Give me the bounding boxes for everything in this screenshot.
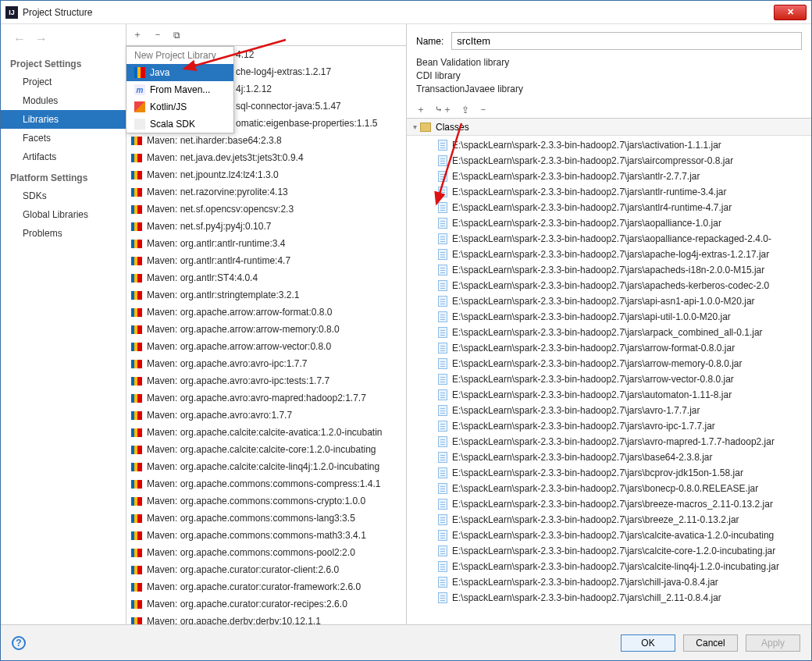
class-path-item[interactable]: E:\spackLearn\spark-2.3.3-bin-hadoop2.7\…: [407, 200, 811, 215]
remove-library-button[interactable]: －: [153, 28, 162, 41]
class-path-item[interactable]: E:\spackLearn\spark-2.3.3-bin-hadoop2.7\…: [407, 434, 811, 450]
class-path-item[interactable]: E:\spackLearn\spark-2.3.3-bin-hadoop2.7\…: [407, 356, 811, 371]
sidebar-item-libraries[interactable]: Libraries: [1, 110, 126, 129]
classes-header[interactable]: ▾ Classes: [407, 119, 811, 136]
add-tree-button[interactable]: ⤷＋: [435, 103, 452, 116]
library-item[interactable]: Maven: org.apache.commons:commons-math3:…: [126, 527, 406, 544]
class-path-item[interactable]: E:\spackLearn\spark-2.3.3-bin-hadoop2.7\…: [407, 137, 811, 153]
close-button[interactable]: ✕: [774, 5, 807, 20]
name-input[interactable]: [451, 32, 802, 50]
class-path-item[interactable]: E:\spackLearn\spark-2.3.3-bin-hadoop2.7\…: [407, 559, 811, 574]
library-item[interactable]: Maven: net.razorvine:pyrolite:4.13: [126, 183, 406, 201]
library-icon: [131, 154, 142, 162]
class-path-item[interactable]: E:\spackLearn\spark-2.3.3-bin-hadoop2.7\…: [407, 528, 811, 543]
popup-item-scala-sdk[interactable]: Scala SDK: [126, 115, 233, 133]
class-path-item[interactable]: E:\spackLearn\spark-2.3.3-bin-hadoop2.7\…: [407, 574, 811, 590]
cancel-button[interactable]: Cancel: [683, 634, 738, 652]
class-path-item[interactable]: E:\spackLearn\spark-2.3.3-bin-hadoop2.7\…: [407, 325, 811, 340]
library-item[interactable]: Maven: org.apache.commons:commons-pool2:…: [126, 544, 406, 561]
library-item[interactable]: Maven: org.apache.calcite:calcite-core:1…: [126, 441, 406, 458]
ok-button[interactable]: OK: [621, 634, 675, 652]
class-path-item[interactable]: E:\spackLearn\spark-2.3.3-bin-hadoop2.7\…: [407, 403, 811, 418]
sidebar-item-sdks[interactable]: SDKs: [1, 187, 126, 205]
library-item[interactable]: Maven: org.apache.curator:curator-recipe…: [126, 595, 406, 613]
library-item[interactable]: Maven: net.iharder:base64:2.3.8: [126, 132, 406, 149]
class-path-item[interactable]: E:\spackLearn\spark-2.3.3-bin-hadoop2.7\…: [407, 169, 811, 184]
library-item[interactable]: Maven: org.apache.commons:commons-compre…: [126, 475, 406, 492]
sidebar-item-global-libraries[interactable]: Global Libraries: [1, 205, 126, 224]
class-path-item[interactable]: E:\spackLearn\spark-2.3.3-bin-hadoop2.7\…: [407, 215, 811, 231]
sidebar-item-facets[interactable]: Facets: [1, 129, 126, 147]
library-label: Maven: org.apache.avro:avro-ipc:tests:1.…: [147, 375, 329, 386]
jar-icon: [438, 577, 447, 588]
nav-back-icon[interactable]: ←: [13, 32, 26, 46]
library-label: Maven: org.apache.curator:curator-framew…: [147, 581, 361, 592]
library-item[interactable]: Maven: org.apache.commons:commons-lang3:…: [126, 510, 406, 527]
library-item[interactable]: Maven: org.antlr:stringtemplate:3.2.1: [126, 286, 406, 304]
jar-icon: [438, 187, 447, 197]
library-item[interactable]: Maven: org.apache.avro:avro:1.7.7: [126, 407, 406, 424]
library-item[interactable]: Maven: org.apache.calcite:calcite-linq4j…: [126, 458, 406, 475]
class-path-item[interactable]: E:\spackLearn\spark-2.3.3-bin-hadoop2.7\…: [407, 293, 811, 309]
jar-icon: [438, 514, 447, 525]
class-path-item[interactable]: E:\spackLearn\spark-2.3.3-bin-hadoop2.7\…: [407, 512, 811, 528]
class-path-item[interactable]: E:\spackLearn\spark-2.3.3-bin-hadoop2.7\…: [407, 481, 811, 496]
library-item[interactable]: Maven: org.apache.commons:commons-crypto…: [126, 492, 406, 510]
class-path-item[interactable]: E:\spackLearn\spark-2.3.3-bin-hadoop2.7\…: [407, 262, 811, 278]
library-item[interactable]: Maven: org.apache.avro:avro-ipc:tests:1.…: [126, 372, 406, 389]
library-icon: [131, 257, 142, 265]
sidebar-item-modules[interactable]: Modules: [1, 91, 126, 110]
sidebar-item-artifacts[interactable]: Artifacts: [1, 147, 126, 166]
jar-icon: [438, 249, 447, 260]
library-item[interactable]: Maven: org.apache.curator:curator-client…: [126, 561, 406, 578]
library-item[interactable]: Maven: org.antlr:antlr4-runtime:4.7: [126, 252, 406, 269]
class-path-item[interactable]: E:\spackLearn\spark-2.3.3-bin-hadoop2.7\…: [407, 450, 811, 465]
library-icon: [131, 497, 142, 506]
share-button[interactable]: ⇪: [461, 105, 469, 115]
class-path-item[interactable]: E:\spackLearn\spark-2.3.3-bin-hadoop2.7\…: [407, 340, 811, 356]
library-item[interactable]: Maven: net.jpountz.lz4:lz4:1.3.0: [126, 166, 406, 183]
library-item[interactable]: Maven: org.apache.arrow:arrow-format:0.8…: [126, 304, 406, 321]
class-path-item[interactable]: E:\spackLearn\spark-2.3.3-bin-hadoop2.7\…: [407, 387, 811, 403]
library-item[interactable]: Maven: org.apache.arrow:arrow-vector:0.8…: [126, 338, 406, 355]
class-path-item[interactable]: E:\spackLearn\spark-2.3.3-bin-hadoop2.7\…: [407, 247, 811, 262]
scala-sdk-icon: [134, 119, 145, 130]
help-icon[interactable]: ?: [12, 636, 26, 650]
class-path-item[interactable]: E:\spackLearn\spark-2.3.3-bin-hadoop2.7\…: [407, 184, 811, 200]
class-path-item[interactable]: E:\spackLearn\spark-2.3.3-bin-hadoop2.7\…: [407, 231, 811, 247]
library-item[interactable]: Maven: org.apache.arrow:arrow-memory:0.8…: [126, 321, 406, 338]
popup-item-kotlin-js[interactable]: Kotlin/JS: [126, 98, 233, 115]
popup-title: New Project Library: [126, 47, 233, 64]
class-path-item[interactable]: E:\spackLearn\spark-2.3.3-bin-hadoop2.7\…: [407, 278, 811, 293]
library-item[interactable]: Maven: net.sf.opencsv:opencsv:2.3: [126, 201, 406, 218]
class-path-item[interactable]: E:\spackLearn\spark-2.3.3-bin-hadoop2.7\…: [407, 309, 811, 325]
library-item[interactable]: Maven: org.antlr:antlr-runtime:3.4: [126, 235, 406, 252]
library-label: Maven: net.razorvine:pyrolite:4.13: [147, 187, 288, 197]
popup-item-from-maven-[interactable]: mFrom Maven...: [126, 81, 233, 98]
class-path-item[interactable]: E:\spackLearn\spark-2.3.3-bin-hadoop2.7\…: [407, 590, 811, 606]
class-path-item[interactable]: E:\spackLearn\spark-2.3.3-bin-hadoop2.7\…: [407, 418, 811, 434]
copy-library-button[interactable]: ⧉: [173, 30, 180, 41]
class-path-item[interactable]: E:\spackLearn\spark-2.3.3-bin-hadoop2.7\…: [407, 496, 811, 512]
library-item[interactable]: Maven: org.apache.derby:derby:10.12.1.1: [126, 613, 406, 624]
library-item[interactable]: Maven: org.apache.curator:curator-framew…: [126, 578, 406, 595]
sidebar-item-project[interactable]: Project: [1, 73, 126, 91]
add-root-button[interactable]: ＋: [416, 103, 426, 116]
library-item[interactable]: Maven: org.apache.calcite:calcite-avatic…: [126, 424, 406, 441]
library-types: Bean Validation libraryCDI libraryTransa…: [407, 55, 811, 101]
library-item[interactable]: Maven: org.apache.avro:avro-ipc:1.7.7: [126, 355, 406, 372]
library-item[interactable]: Maven: net.sf.py4j:py4j:0.10.7: [126, 218, 406, 235]
remove-root-button[interactable]: －: [479, 103, 488, 116]
sidebar-item-problems[interactable]: Problems: [1, 224, 126, 243]
class-path-item[interactable]: E:\spackLearn\spark-2.3.3-bin-hadoop2.7\…: [407, 153, 811, 169]
library-item[interactable]: Maven: org.apache.avro:avro-mapred:hadoo…: [126, 389, 406, 407]
classes-list[interactable]: E:\spackLearn\spark-2.3.3-bin-hadoop2.7\…: [407, 136, 811, 624]
library-item[interactable]: Maven: net.java.dev.jets3t:jets3t:0.9.4: [126, 149, 406, 166]
class-path-item[interactable]: E:\spackLearn\spark-2.3.3-bin-hadoop2.7\…: [407, 371, 811, 387]
add-library-button[interactable]: ＋: [133, 28, 142, 41]
nav-forward-icon[interactable]: →: [35, 32, 48, 46]
popup-item-java[interactable]: Java: [126, 64, 233, 81]
class-path-item[interactable]: E:\spackLearn\spark-2.3.3-bin-hadoop2.7\…: [407, 465, 811, 481]
class-path-item[interactable]: E:\spackLearn\spark-2.3.3-bin-hadoop2.7\…: [407, 543, 811, 559]
library-item[interactable]: Maven: org.antlr:ST4:4.0.4: [126, 269, 406, 286]
